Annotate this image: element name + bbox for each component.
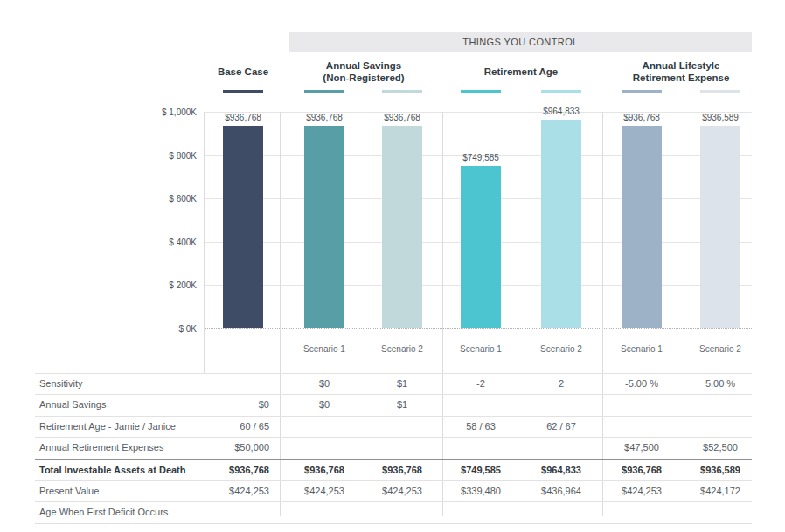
bar-value-label: $936,768 <box>384 113 420 122</box>
column-header-annual-savings: Annual Savings (Non-Registered) <box>281 58 447 86</box>
things-you-control-banner: THINGS YOU CONTROL <box>289 32 752 52</box>
header-line: Annual Savings <box>326 59 401 72</box>
legend-swatch-retirement-age-s1 <box>461 90 501 93</box>
banner-label: THINGS YOU CONTROL <box>462 37 578 47</box>
bar-value-label: $936,768 <box>623 113 660 122</box>
row-label: Present Value <box>39 481 99 501</box>
y-axis-tick: $ 0K <box>105 324 197 334</box>
legend-swatch-annual-savings-s2 <box>382 90 422 93</box>
table-row-present-value: Present Value $424,253 $424,253 $424,253… <box>35 480 752 501</box>
header-line: Base Case <box>218 66 268 78</box>
header-line: Retirement Expense <box>633 72 730 84</box>
scenario-label: Scenario 1 <box>602 344 681 354</box>
y-axis-tick: $ 1,000K <box>105 107 197 117</box>
table-row-annual-retirement-expenses: Annual Retirement Expenses $50,000 $47,5… <box>35 437 752 458</box>
bar-retirement-age-s1: $749,585 <box>461 166 501 328</box>
legend-swatch-retirement-age-s2 <box>541 90 581 93</box>
row-label: Age When First Deficit Occurs <box>39 502 168 522</box>
bar-lifestyle-s1: $936,768 <box>622 126 662 328</box>
plot-left-edge <box>204 112 205 373</box>
cell: $964,833 <box>522 460 601 480</box>
header-line: Annual Lifestyle <box>643 59 720 72</box>
cell-base: 60 / 65 <box>140 417 269 437</box>
cell: $936,768 <box>285 460 364 480</box>
cell-base: $936,768 <box>140 460 269 480</box>
table-row-retirement-age: Retirement Age - Jamie / Janice 60 / 65 … <box>35 416 752 437</box>
scenario-label: Scenario 2 <box>522 344 601 354</box>
legend-swatch-lifestyle-s2 <box>700 90 740 93</box>
table-row-sensitivity: Sensitivity $0 $1 -2 2 -5.00 % 5.00 % <box>35 373 752 394</box>
scenario-label: Scenario 2 <box>363 344 441 354</box>
cell: -2 <box>441 374 520 394</box>
cell: 62 / 67 <box>522 417 601 437</box>
bar-base-case: $936,768 <box>223 126 263 328</box>
legend-swatch-annual-savings-s1 <box>304 90 344 93</box>
cell: $749,585 <box>441 460 520 480</box>
cell-base: $50,000 <box>140 438 269 458</box>
gridline <box>204 112 752 113</box>
cell: $936,589 <box>681 460 760 480</box>
cell: $0 <box>285 395 364 415</box>
bar-value-label: $936,768 <box>225 113 261 122</box>
y-axis-tick: $ 600K <box>105 194 197 204</box>
bar-value-label: $936,768 <box>306 113 343 122</box>
cell: $1 <box>363 374 441 394</box>
scenario-label: Scenario 2 <box>681 344 760 354</box>
bar-retirement-age-s2: $964,833 <box>541 120 581 328</box>
column-header-retirement-age: Retirement Age <box>438 58 604 86</box>
row-label: Sensitivity <box>39 374 83 394</box>
bar-value-label: $749,585 <box>462 153 499 162</box>
cell: $424,253 <box>602 481 681 501</box>
bar-value-label: $964,833 <box>543 107 580 116</box>
cell: $936,768 <box>363 460 441 480</box>
cell: 5.00 % <box>681 374 760 394</box>
cell: $936,768 <box>602 460 681 480</box>
cell: $424,253 <box>363 481 441 501</box>
cell: 2 <box>522 374 601 394</box>
column-header-base-case: Base Case <box>199 58 287 86</box>
header-line: Retirement Age <box>484 66 559 78</box>
bar-annual-savings-s1: $936,768 <box>304 126 344 328</box>
cell: $47,500 <box>602 438 681 458</box>
cell-base: $424,253 <box>140 481 269 501</box>
y-axis-tick: $ 800K <box>105 151 197 161</box>
bar-annual-savings-s2: $936,768 <box>382 126 422 328</box>
scenario-label: Scenario 1 <box>285 344 364 354</box>
x-axis-baseline <box>204 328 752 329</box>
y-axis-tick: $ 200K <box>105 280 197 290</box>
scenario-label: Scenario 1 <box>441 344 520 354</box>
cell: -5.00 % <box>602 374 681 394</box>
cell: 58 / 63 <box>441 417 520 437</box>
column-header-annual-lifestyle: Annual Lifestyle Retirement Expense <box>598 58 764 86</box>
table-row-annual-savings: Annual Savings $0 $0 $1 <box>35 394 752 415</box>
row-label: Annual Savings <box>39 395 106 415</box>
bar-value-label: $936,589 <box>702 113 739 122</box>
cell: $1 <box>363 395 441 415</box>
legend-swatch-lifestyle-s1 <box>622 90 662 93</box>
legend-swatch-base-case <box>223 90 263 93</box>
table-row-age-first-deficit: Age When First Deficit Occurs <box>35 501 752 522</box>
cell: $424,172 <box>681 481 760 501</box>
cell-base: $0 <box>140 395 269 415</box>
sensitivity-analysis-view: THINGS YOU CONTROL Base Case Annual Savi… <box>0 0 785 532</box>
y-axis-tick: $ 400K <box>105 238 197 247</box>
bar-lifestyle-s2: $936,589 <box>700 126 740 328</box>
cell: $436,964 <box>522 481 601 501</box>
cell: $0 <box>285 374 364 394</box>
table-row-total-investable-assets: Total Investable Assets at Death $936,76… <box>35 459 752 480</box>
cell: $52,500 <box>681 438 760 458</box>
header-line: (Non-Registered) <box>323 72 404 84</box>
cell: $424,253 <box>285 481 364 501</box>
cell: $339,480 <box>441 481 520 501</box>
scenario-data-table: Sensitivity $0 $1 -2 2 -5.00 % 5.00 % An… <box>35 373 752 524</box>
